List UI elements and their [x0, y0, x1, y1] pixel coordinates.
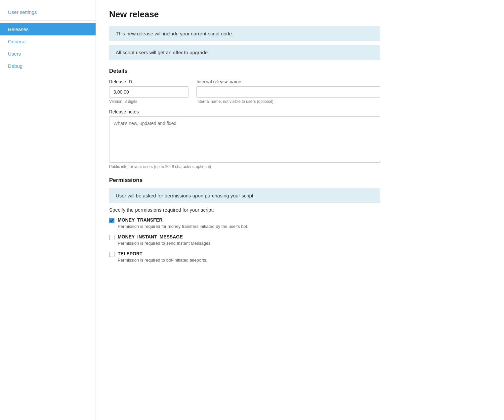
details-heading: Details [109, 68, 380, 74]
release-notes-label: Release notes [109, 109, 380, 114]
info-banner: All script users will get an offer to up… [109, 45, 380, 60]
sidebar-nav: ReleasesGeneralUsersDebug [0, 23, 96, 72]
internal-name-label: Internal release name [196, 79, 380, 84]
banners-container: This new release will include your curre… [109, 26, 380, 60]
sidebar-item-debug[interactable]: Debug [0, 60, 96, 72]
permission-item-money_transfer: MONEY_TRANSFERPermission is required for… [109, 217, 380, 229]
permissions-section: Permissions User will be asked for permi… [109, 177, 380, 263]
release-id-group: Release ID Version, 3 digits [109, 79, 189, 104]
sidebar-link-releases[interactable]: Releases [0, 23, 96, 35]
permissions-specify-text: Specify the permissions required for you… [109, 207, 380, 213]
release-id-label: Release ID [109, 79, 189, 84]
internal-name-group: Internal release name Internal name, not… [196, 79, 380, 104]
release-id-input[interactable] [109, 86, 189, 98]
permission-desc-money_transfer: Permission is required for money transfe… [118, 224, 380, 229]
fields-row: Release ID Version, 3 digits Internal re… [109, 79, 380, 104]
permission-name-money_transfer: MONEY_TRANSFER [118, 217, 162, 223]
permission-desc-money_instant_message: Permission is required to send Instant M… [118, 241, 380, 246]
permission-checkbox-money_transfer[interactable] [109, 218, 114, 223]
permission-desc-teleport: Permission is required to bot-initiated … [118, 258, 380, 263]
release-notes-textarea[interactable] [109, 116, 380, 163]
sidebar-item-users[interactable]: Users [0, 48, 96, 60]
info-banner: This new release will include your curre… [109, 26, 380, 41]
internal-name-input[interactable] [196, 86, 380, 98]
sidebar-link-general[interactable]: General [0, 35, 96, 48]
permission-name-money_instant_message: MONEY_INSTANT_MESSAGE [118, 234, 183, 239]
sidebar-item-releases[interactable]: Releases [0, 23, 96, 35]
permission-name-teleport: TELEPORT [118, 251, 143, 256]
permissions-list: MONEY_TRANSFERPermission is required for… [109, 217, 380, 263]
permission-checkbox-teleport[interactable] [109, 252, 114, 257]
sidebar-link-debug[interactable]: Debug [0, 60, 96, 72]
release-notes-group: Release notes Public info for your users… [109, 109, 380, 169]
sidebar-item-general[interactable]: General [0, 35, 96, 48]
user-settings-link[interactable]: User settings [8, 9, 37, 15]
permission-checkbox-money_instant_message[interactable] [109, 235, 114, 240]
permission-item-teleport: TELEPORTPermission is required to bot-in… [109, 251, 380, 263]
sidebar: User settings ReleasesGeneralUsersDebug [0, 0, 96, 420]
permission-item-money_instant_message: MONEY_INSTANT_MESSAGEPermission is requi… [109, 234, 380, 246]
sidebar-divider [0, 20, 96, 21]
permissions-banner: User will be asked for permissions upon … [109, 188, 380, 203]
main-content: New release This new release will includ… [96, 0, 394, 420]
permissions-heading: Permissions [109, 177, 380, 184]
sidebar-link-users[interactable]: Users [0, 48, 96, 60]
page-title: New release [109, 9, 380, 20]
user-settings-link-container: User settings [0, 7, 96, 20]
release-id-hint: Version, 3 digits [109, 99, 189, 104]
release-notes-hint: Public info for your users (up to 2048 c… [109, 164, 380, 169]
internal-name-hint: Internal name, not visible to users (opt… [196, 99, 380, 104]
